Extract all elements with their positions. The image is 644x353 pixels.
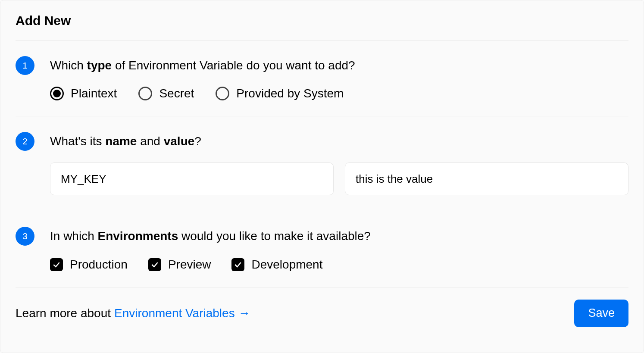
step-2-question: What's its name and value?: [50, 133, 628, 150]
checkbox-label: Preview: [168, 258, 211, 272]
step-type: 1 Which type of Environment Variable do …: [16, 41, 628, 116]
step-environments: 3 In which Environments would you like t…: [16, 211, 628, 287]
radio-label: Plaintext: [71, 87, 117, 100]
radio-provided-by-system[interactable]: Provided by System: [216, 87, 344, 100]
checkbox-production[interactable]: Production: [50, 258, 128, 272]
arrow-right-icon: →: [238, 306, 250, 320]
check-icon: [50, 258, 63, 271]
card-title: Add New: [16, 13, 628, 28]
checkbox-label: Development: [251, 258, 322, 272]
step-3-question: In which Environments would you like to …: [50, 228, 628, 244]
card-footer: Learn more about Environment Variables →…: [0, 287, 644, 342]
step-1-question: Which type of Environment Variable do yo…: [50, 57, 628, 74]
step-badge-2: 2: [16, 132, 34, 151]
save-button[interactable]: Save: [574, 300, 628, 327]
step-badge-3: 3: [16, 227, 34, 246]
check-icon: [148, 258, 161, 271]
add-env-var-card: Add New 1 Which type of Environment Vari…: [0, 0, 644, 353]
type-radio-group: Plaintext Secret Provided by System: [50, 87, 628, 100]
checkbox-label: Production: [70, 258, 128, 272]
radio-label: Secret: [159, 87, 194, 100]
value-input[interactable]: [345, 162, 628, 195]
step-badge-1: 1: [16, 56, 34, 75]
step-number: 2: [22, 137, 27, 147]
name-input[interactable]: [50, 162, 334, 195]
checkbox-development[interactable]: Development: [231, 258, 322, 272]
radio-label: Provided by System: [236, 87, 344, 100]
checkbox-preview[interactable]: Preview: [148, 258, 211, 272]
environments-checkbox-group: Production Preview Development: [50, 258, 628, 272]
radio-icon: [50, 87, 64, 100]
check-icon: [231, 258, 244, 271]
radio-icon: [216, 87, 229, 100]
learn-more-link[interactable]: Environment Variables →: [114, 306, 250, 320]
step-number: 3: [22, 231, 27, 241]
step-number: 1: [22, 61, 27, 71]
step-name-value: 2 What's its name and value?: [16, 116, 628, 211]
card-header: Add New: [16, 0, 628, 41]
radio-icon: [138, 87, 152, 100]
learn-more-text: Learn more about Environment Variables →: [16, 306, 250, 320]
radio-secret[interactable]: Secret: [138, 87, 194, 100]
radio-plaintext[interactable]: Plaintext: [50, 87, 117, 100]
